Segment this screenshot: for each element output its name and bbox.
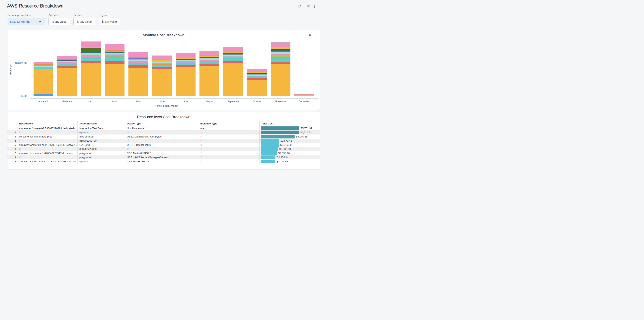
svg-text:May: May	[136, 100, 140, 103]
svg-text:April: April	[112, 100, 117, 103]
svg-text:November: November	[275, 100, 286, 103]
svg-text:October: October	[252, 100, 261, 103]
svg-text:March: March	[88, 100, 94, 103]
svg-text:June: June	[160, 100, 164, 103]
svg-text:July: July	[184, 100, 188, 103]
svg-text:January '21: January '21	[37, 100, 50, 103]
svg-text:August: August	[206, 100, 213, 103]
svg-text:Time Period / Month: Time Period / Month	[155, 104, 178, 107]
svg-text:$20,000.00: $20,000.00	[15, 62, 27, 65]
svg-text:September: September	[227, 100, 239, 103]
svg-text:$0.00: $0.00	[21, 95, 27, 97]
svg-text:Total Cost: Total Cost	[9, 64, 12, 75]
svg-text:December: December	[299, 100, 310, 103]
svg-text:Monthly Cost Breakdown: Monthly Cost Breakdown	[143, 33, 184, 37]
svg-text:February: February	[62, 100, 72, 103]
